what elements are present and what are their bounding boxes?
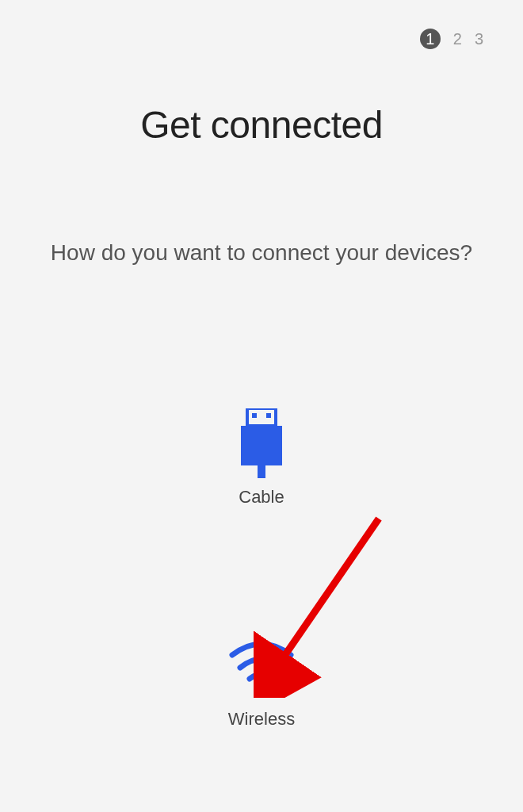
svg-rect-4: [258, 465, 265, 478]
svg-rect-3: [241, 426, 282, 465]
wifi-icon: [227, 634, 296, 698]
cable-icon: [239, 412, 284, 476]
step-3: 3: [475, 30, 483, 48]
svg-rect-0: [247, 408, 276, 426]
page-subtitle: How do you want to connect your devices?: [0, 236, 523, 270]
cable-label: Cable: [239, 487, 284, 508]
step-2: 2: [453, 30, 462, 48]
page-title: Get connected: [0, 103, 523, 147]
svg-point-5: [258, 683, 265, 690]
svg-rect-1: [252, 413, 257, 418]
wireless-option[interactable]: Wireless: [227, 634, 296, 730]
wireless-label: Wireless: [228, 709, 295, 730]
cable-option[interactable]: Cable: [239, 412, 284, 508]
step-indicator: 1 2 3: [420, 29, 483, 49]
svg-rect-2: [266, 413, 271, 418]
connection-options: Cable Wireless: [0, 412, 523, 730]
step-1: 1: [420, 29, 441, 49]
